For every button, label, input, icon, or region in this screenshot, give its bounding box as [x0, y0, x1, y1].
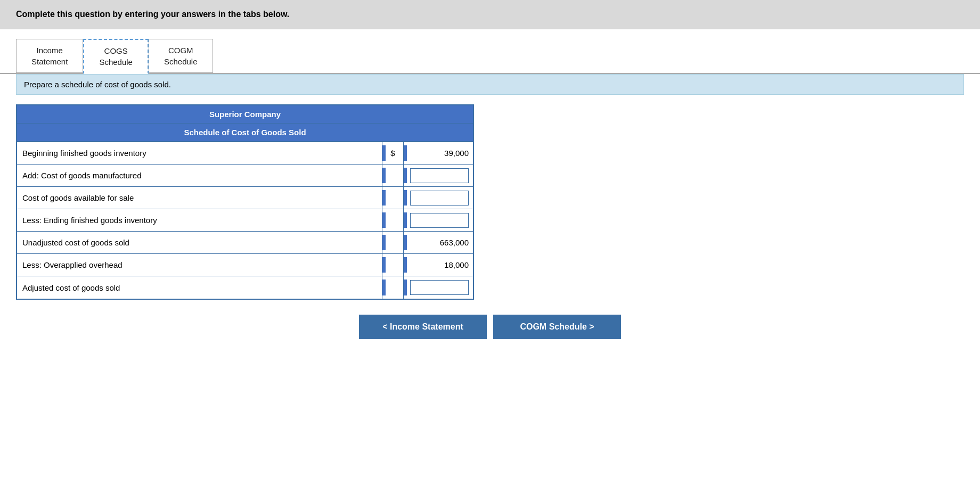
- table-row: Less: Overapplied overhead 18,000: [17, 254, 473, 276]
- nav-buttons-area: < Income Statement COGM Schedule >: [16, 315, 964, 339]
- prev-income-statement-button[interactable]: < Income Statement: [359, 315, 487, 339]
- table-row: Adjusted cost of goods sold: [17, 276, 473, 299]
- table-company-header: Superior Company: [17, 105, 473, 124]
- row-dollar-overhead: [382, 254, 404, 276]
- row-value-overhead: 18,000: [404, 254, 473, 276]
- row-dollar-unadjusted: [382, 232, 404, 253]
- row-label-unadjusted: Unadjusted cost of goods sold: [17, 232, 382, 253]
- row-value-cogm: [404, 165, 473, 186]
- tab-cogs-schedule[interactable]: COGSSchedule: [83, 39, 149, 74]
- schedule-table: Superior Company Schedule of Cost of Goo…: [16, 104, 474, 300]
- instruction-text: Prepare a schedule of cost of goods sold…: [24, 80, 171, 89]
- table-title-header: Schedule of Cost of Goods Sold: [17, 124, 473, 142]
- prev-btn-label: < Income Statement: [382, 322, 463, 332]
- row-dollar-cogm: [382, 165, 404, 186]
- row-value-beginning: 39,000: [404, 142, 473, 164]
- row-dollar-cost-available: [382, 187, 404, 209]
- row-value-cost-available: [404, 187, 473, 209]
- input-less-ending[interactable]: [410, 213, 469, 228]
- row-label-cogm: Add: Cost of goods manufactured: [17, 165, 382, 186]
- tab-income-statement[interactable]: IncomeStatement: [16, 39, 83, 73]
- input-adjusted[interactable]: [410, 280, 469, 295]
- row-value-unadjusted: 663,000: [404, 232, 473, 253]
- row-label-beginning: Beginning finished goods inventory: [17, 142, 382, 164]
- tabs-container: IncomeStatement COGSSchedule COGMSchedul…: [0, 29, 980, 74]
- row-label-cost-available: Cost of goods available for sale: [17, 187, 382, 209]
- row-label-overhead: Less: Overapplied overhead: [17, 254, 382, 276]
- table-row: Add: Cost of goods manufactured: [17, 165, 473, 187]
- banner-text: Complete this question by entering your …: [16, 10, 289, 19]
- row-label-adjusted: Adjusted cost of goods sold: [17, 276, 382, 299]
- next-btn-label: COGM Schedule >: [520, 322, 594, 332]
- content-area: Prepare a schedule of cost of goods sold…: [0, 74, 980, 355]
- next-cogm-schedule-button[interactable]: COGM Schedule >: [493, 315, 621, 339]
- input-cost-available[interactable]: [410, 191, 469, 206]
- table-row: Less: Ending finished goods inventory: [17, 209, 473, 232]
- row-label-less-ending: Less: Ending finished goods inventory: [17, 209, 382, 231]
- row-dollar-less-ending: [382, 209, 404, 231]
- row-dollar-beginning: $: [382, 142, 404, 164]
- row-value-adjusted: [404, 276, 473, 299]
- table-row: Unadjusted cost of goods sold 663,000: [17, 232, 473, 254]
- tab-cogm-schedule[interactable]: COGMSchedule: [149, 39, 213, 73]
- instruction-bar: Prepare a schedule of cost of goods sold…: [16, 74, 964, 95]
- input-cogm[interactable]: [410, 168, 469, 183]
- row-dollar-adjusted: [382, 276, 404, 299]
- table-row: Cost of goods available for sale: [17, 187, 473, 209]
- table-row: Beginning finished goods inventory $ 39,…: [17, 142, 473, 165]
- row-value-less-ending: [404, 209, 473, 231]
- instruction-banner: Complete this question by entering your …: [0, 0, 980, 29]
